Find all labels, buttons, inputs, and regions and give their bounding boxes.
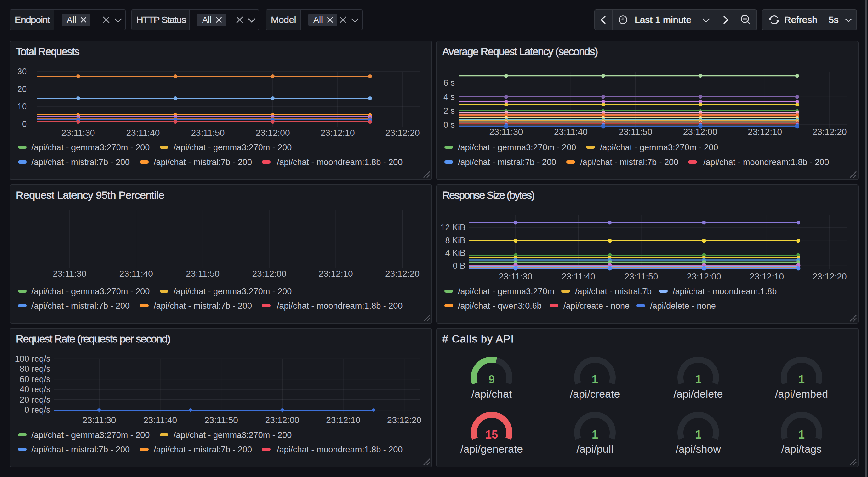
svg-text:All: All [67, 15, 76, 25]
svg-text:2 s: 2 s [443, 106, 455, 116]
svg-text:23:11:40: 23:11:40 [143, 415, 177, 425]
svg-text:/api/chat - moondream:1.8b - 2: /api/chat - moondream:1.8b - 200 [703, 157, 829, 167]
svg-text:Average Request Latency (secon: Average Request Latency (seconds) [442, 46, 598, 57]
svg-text:/api/chat - mistral:7b - 200: /api/chat - mistral:7b - 200 [31, 445, 130, 454]
svg-text:23:12:20: 23:12:20 [812, 127, 847, 137]
svg-text:20 req/s: 20 req/s [20, 395, 51, 405]
svg-text:20: 20 [17, 84, 27, 94]
svg-text:/api/chat - moondream:1.8b: /api/chat - moondream:1.8b [673, 287, 777, 296]
svg-text:/api/chat - mistral:7b - 200: /api/chat - mistral:7b - 200 [154, 157, 252, 167]
svg-text:/api/chat - mistral:7b - 200: /api/chat - mistral:7b - 200 [580, 157, 678, 167]
svg-text:23:11:50: 23:11:50 [191, 128, 225, 138]
svg-text:/api/chat - mistral:7b - 200: /api/chat - mistral:7b - 200 [154, 445, 252, 454]
svg-text:/api/chat - gemma3:270m - 200: /api/chat - gemma3:270m - 200 [31, 287, 150, 296]
svg-text:10: 10 [17, 102, 27, 111]
svg-text:/api/pull: /api/pull [576, 443, 613, 455]
svg-text:/api/chat - mistral:7b - 200: /api/chat - mistral:7b - 200 [31, 301, 130, 311]
svg-text:/api/generate: /api/generate [461, 443, 523, 455]
svg-text:/api/chat - mistral:7b: /api/chat - mistral:7b [575, 287, 652, 296]
svg-text:Last 1 minute: Last 1 minute [634, 14, 691, 25]
svg-text:23:11:30: 23:11:30 [83, 415, 116, 425]
svg-text:8 KiB: 8 KiB [445, 236, 465, 245]
svg-text:5s: 5s [829, 14, 839, 25]
svg-text:0 B: 0 B [453, 261, 465, 271]
svg-text:HTTP Status: HTTP Status [136, 14, 186, 25]
svg-text:4 s: 4 s [443, 92, 455, 102]
svg-text:80 req/s: 80 req/s [20, 364, 51, 374]
svg-text:0 req/s: 0 req/s [24, 405, 51, 415]
svg-text:23:11:40: 23:11:40 [562, 272, 595, 281]
svg-text:/api/chat - gemma3:270m - 200: /api/chat - gemma3:270m - 200 [174, 430, 292, 440]
svg-text:1: 1 [695, 373, 702, 386]
svg-text:/api/chat - mistral:7b - 200: /api/chat - mistral:7b - 200 [458, 157, 556, 167]
svg-text:/api/chat - gemma3:270m - 200: /api/chat - gemma3:270m - 200 [600, 143, 718, 152]
svg-text:23:11:40: 23:11:40 [119, 269, 153, 278]
svg-text:60 req/s: 60 req/s [20, 375, 51, 384]
svg-text:1: 1 [592, 373, 598, 386]
svg-text:0: 0 [22, 119, 27, 129]
svg-text:23:12:10: 23:12:10 [748, 127, 782, 137]
svg-text:23:11:40: 23:11:40 [126, 128, 160, 138]
svg-text:23:11:50: 23:11:50 [619, 127, 652, 137]
svg-text:23:12:00: 23:12:00 [256, 128, 290, 138]
svg-text:23:11:30: 23:11:30 [499, 272, 533, 281]
svg-text:/api/chat - gemma3:270m - 200: /api/chat - gemma3:270m - 200 [174, 143, 292, 152]
svg-text:23:11:50: 23:11:50 [186, 269, 219, 278]
svg-text:23:12:00: 23:12:00 [252, 269, 286, 278]
svg-text:0 s: 0 s [443, 120, 455, 129]
svg-text:1: 1 [798, 373, 805, 386]
svg-text:100 req/s: 100 req/s [15, 354, 51, 364]
svg-text:23:12:00: 23:12:00 [265, 415, 300, 425]
svg-text:23:12:20: 23:12:20 [387, 415, 422, 425]
svg-text:23:12:10: 23:12:10 [750, 272, 784, 281]
svg-text:/api/chat - gemma3:270m - 200: /api/chat - gemma3:270m - 200 [31, 430, 150, 440]
svg-text:15: 15 [485, 428, 498, 441]
svg-text:1: 1 [798, 428, 805, 441]
svg-text:23:12:10: 23:12:10 [326, 415, 360, 425]
svg-text:Request Latency 95th Percentil: Request Latency 95th Percentile [16, 189, 164, 201]
svg-text:Refresh: Refresh [784, 14, 817, 25]
svg-text:/api/create - none: /api/create - none [563, 301, 629, 311]
svg-text:/api/chat - moondream:1.8b - 2: /api/chat - moondream:1.8b - 200 [277, 301, 403, 311]
svg-text:/api/delete - none: /api/delete - none [650, 301, 716, 311]
svg-text:/api/chat - qwen3:0.6b: /api/chat - qwen3:0.6b [458, 301, 542, 311]
svg-text:/api/chat - moondream:1.8b - 2: /api/chat - moondream:1.8b - 200 [277, 445, 403, 454]
svg-text:/api/chat - mistral:7b - 200: /api/chat - mistral:7b - 200 [154, 301, 252, 311]
svg-text:1: 1 [592, 428, 598, 441]
svg-text:23:11:30: 23:11:30 [53, 269, 87, 278]
svg-text:23:12:00: 23:12:00 [687, 272, 721, 281]
svg-text:/api/show: /api/show [676, 443, 721, 455]
svg-text:23:12:10: 23:12:10 [319, 269, 353, 278]
svg-text:Total Requests: Total Requests [16, 46, 80, 57]
svg-text:Response Size (bytes): Response Size (bytes) [442, 189, 534, 201]
svg-text:/api/chat: /api/chat [471, 388, 512, 400]
svg-text:/api/create: /api/create [570, 388, 620, 400]
svg-text:1: 1 [695, 428, 702, 441]
svg-text:23:11:50: 23:11:50 [624, 272, 658, 281]
svg-text:Model: Model [271, 14, 296, 25]
svg-text:9: 9 [489, 373, 495, 386]
svg-text:/api/chat - gemma3:270m - 200: /api/chat - gemma3:270m - 200 [174, 287, 292, 296]
svg-text:23:12:20: 23:12:20 [385, 128, 420, 138]
svg-text:Request Rate (requests per sec: Request Rate (requests per second) [16, 333, 170, 345]
svg-text:All: All [313, 15, 323, 25]
svg-text:23:12:20: 23:12:20 [385, 269, 420, 278]
svg-text:/api/embed: /api/embed [775, 388, 828, 400]
svg-text:4 KiB: 4 KiB [445, 248, 465, 258]
svg-text:# Calls by API: # Calls by API [442, 333, 514, 345]
svg-text:23:11:40: 23:11:40 [554, 127, 588, 137]
svg-text:12 KiB: 12 KiB [440, 223, 465, 232]
svg-text:23:11:50: 23:11:50 [205, 415, 238, 425]
svg-text:23:11:30: 23:11:30 [61, 128, 95, 138]
svg-text:/api/delete: /api/delete [674, 388, 723, 400]
svg-text:6 s: 6 s [443, 78, 455, 88]
svg-text:/api/chat - gemma3:270m: /api/chat - gemma3:270m [458, 287, 554, 296]
svg-text:/api/tags: /api/tags [781, 443, 822, 455]
svg-text:/api/chat - moondream:1.8b - 2: /api/chat - moondream:1.8b - 200 [277, 157, 403, 167]
svg-text:30: 30 [17, 67, 27, 76]
svg-text:/api/chat - mistral:7b - 200: /api/chat - mistral:7b - 200 [31, 157, 130, 167]
svg-text:/api/chat - gemma3:270m - 200: /api/chat - gemma3:270m - 200 [31, 143, 150, 152]
svg-text:/api/chat - gemma3:270m - 200: /api/chat - gemma3:270m - 200 [458, 143, 576, 152]
svg-text:23:12:10: 23:12:10 [321, 128, 355, 138]
svg-text:23:12:20: 23:12:20 [812, 272, 847, 281]
